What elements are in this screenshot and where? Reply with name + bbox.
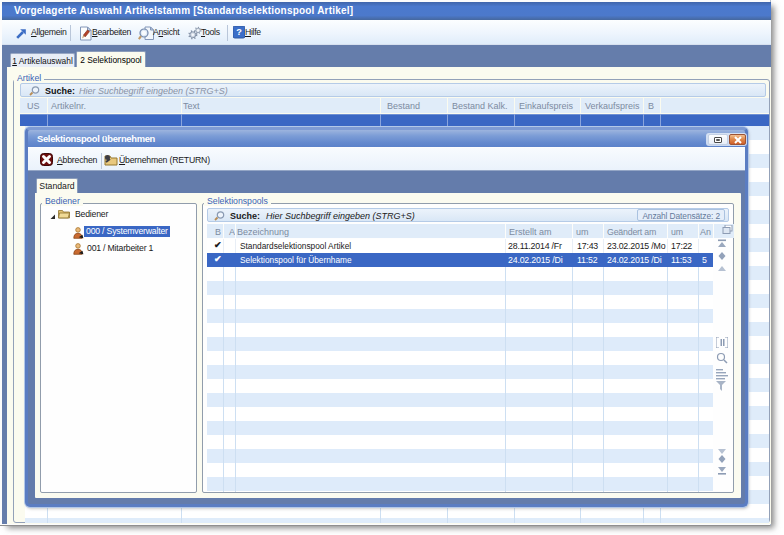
svg-text:?: ? [236,27,242,37]
